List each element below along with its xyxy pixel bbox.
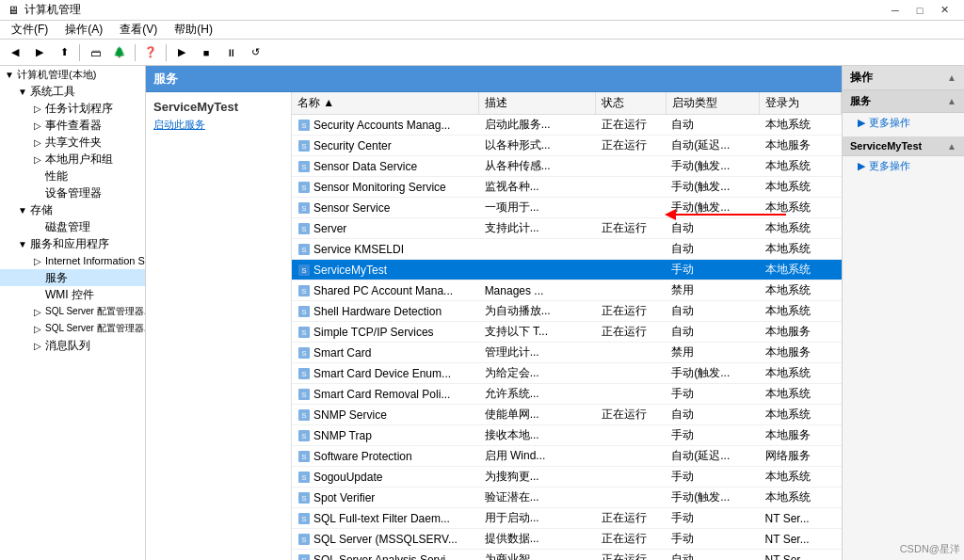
table-row[interactable]: S Smart Card Device Enum... 为给定会... 手动(触… [292,363,842,384]
sidebar-item-root[interactable]: ▼ 计算机管理(本地) [0,66,145,83]
shared-label: 共享文件夹 [45,135,102,151]
col-header-status[interactable]: 状态 [596,92,666,115]
diskmgr-label: 磁盘管理 [45,219,90,235]
svc-status-cell [596,177,666,198]
sidebar-item-sqlcfg1[interactable]: ▷ SQL Server 配置管理器... [0,303,145,320]
table-row[interactable]: S Simple TCP/IP Services 支持以下 T... 正在运行 … [292,322,842,343]
toolbar-stop[interactable]: ■ [195,42,217,63]
svc-status-cell [596,467,666,488]
menu-bar: 文件(F) 操作(A) 查看(V) 帮助(H) [0,21,964,40]
table-row[interactable]: S Smart Card Removal Poli... 允许系统... 手动 … [292,384,842,405]
toolbar-pause[interactable]: ⏸ [219,42,242,63]
table-row[interactable]: S SQL Server (MSSQLSERV... 提供数据... 正在运行 … [292,529,842,550]
table-row[interactable]: S SogouUpdate 为搜狗更... 手动 本地系统 [292,467,842,488]
menu-action[interactable]: 操作(A) [57,20,110,40]
svc-status-cell: 正在运行 [596,529,666,550]
table-row[interactable]: S Server 支持此计... 正在运行 自动 本地系统 [292,218,842,239]
svc-desc-cell: 以各种形式... [479,136,596,156]
toolbar-forward[interactable]: ▶ [28,42,51,63]
close-button[interactable]: ✕ [932,2,956,19]
service-icon: S [297,408,311,422]
svg-text:S: S [301,432,306,440]
sidebar-item-svcapp[interactable]: ▼ 服务和应用程序 [0,235,145,252]
table-row[interactable]: S Sensor Data Service 从各种传感... 手动(触发... … [292,156,842,177]
col-header-desc[interactable]: 描述 [479,92,596,115]
sidebar-item-services[interactable]: 服务 [0,269,145,286]
sidebar-item-msgqueue[interactable]: ▷ 消息队列 [0,337,145,354]
service-icon: S [297,471,311,484]
sidebar-item-tools[interactable]: ▼ 系统工具 [0,83,145,100]
sidebar-item-wmi[interactable]: WMI 控件 [0,286,145,303]
menu-file[interactable]: 文件(F) [4,20,56,40]
table-row[interactable]: S Security Accounts Manag... 启动此服务... 正在… [292,115,842,136]
table-row[interactable]: S Security Center 以各种形式... 正在运行 自动(延迟...… [292,136,842,156]
services-content: ServiceMyTest 启动此服务 名称 ▲ 描述 状态 [146,92,842,560]
svc-login-cell: NT Ser... [760,508,842,529]
col-header-start[interactable]: 启动类型 [666,92,759,115]
expand-icon-root: ▼ [2,70,17,80]
toolbar-restart[interactable]: ↺ [244,42,266,63]
sidebar-item-devmgr[interactable]: 设备管理器 [0,184,145,201]
table-row[interactable]: S Sensor Monitoring Service 监视各种... 手动(触… [292,177,842,198]
maximize-button[interactable]: □ [908,2,932,19]
toolbar-help[interactable]: ❓ [139,42,162,63]
table-row[interactable]: S Shell Hardware Detection 为自动播放... 正在运行… [292,301,842,322]
table-row[interactable]: S Service KMSELDI 自动 本地系统 [292,239,842,260]
actions-sub-collapse-1[interactable]: ▲ [947,96,956,106]
sidebar-item-diskmgr[interactable]: 磁盘管理 [0,218,145,235]
svg-text:S: S [301,536,306,544]
minimize-button[interactable]: ─ [883,2,908,19]
menu-view[interactable]: 查看(V) [112,20,165,40]
actions-collapse-icon-1[interactable]: ▲ [947,72,956,83]
table-row[interactable]: S Sensor Service 一项用于... 手动(触发... 本地系统 [292,198,842,218]
svc-starttype-cell: 手动 [666,508,759,529]
col-header-login[interactable]: 登录为 [760,92,842,115]
table-row[interactable]: S SQL Server Analysis Servi... 为商业智... 正… [292,550,842,561]
toolbar-show-hide[interactable]: 🗃 [84,42,106,63]
svg-text:S: S [301,453,306,461]
svc-name-cell: S Smart Card Removal Poli... [292,384,479,405]
title-bar-left: 🖥 计算机管理 [8,2,81,18]
svg-text:S: S [301,515,306,523]
sidebar-item-shared[interactable]: ▷ 共享文件夹 [0,134,145,151]
actions-more-1[interactable]: ▶ 更多操作 [843,113,964,133]
sidebar-item-sqlcfg2[interactable]: ▷ SQL Server 配置管理器... [0,320,145,337]
sidebar-item-perf[interactable]: 性能 [0,168,145,184]
svc-status-cell [596,363,666,384]
iis-label: Internet Information S... [45,255,146,266]
menu-help[interactable]: 帮助(H) [167,20,220,40]
start-service-link[interactable]: 启动此服务 [153,119,205,130]
svc-name-cell: S Shared PC Account Mana... [292,280,479,301]
table-row[interactable]: S Smart Card 管理此计... 禁用 本地服务 [292,343,842,363]
sidebar-item-tasks[interactable]: ▷ 任务计划程序 [0,100,145,117]
toolbar-tree[interactable]: 🌲 [108,42,131,63]
table-row[interactable]: S Spot Verifier 验证潜在... 手动(触发... 本地系统 [292,488,842,508]
table-row[interactable]: S Shared PC Account Mana... Manages ... … [292,280,842,301]
svc-status-cell: 正在运行 [596,405,666,425]
sidebar: ▼ 计算机管理(本地) ▼ 系统工具 ▷ 任务计划程序 ▷ 事件查看器 ▷ 共享… [0,66,146,560]
service-icon: S [297,181,311,194]
svc-status-cell [596,446,666,467]
table-row[interactable]: S SQL Full-text Filter Daem... 用于启动... 正… [292,508,842,529]
toolbar-up[interactable]: ⬆ [53,42,75,63]
sidebar-item-iis[interactable]: ▷ Internet Information S... [0,252,145,269]
sidebar-item-users[interactable]: ▷ 本地用户和组 [0,151,145,168]
svc-status-cell [596,260,666,280]
table-row[interactable]: S Software Protection 启用 Wind... 自动(延迟..… [292,446,842,467]
toolbar-play[interactable]: ▶ [170,42,193,63]
actions-sub-collapse-2[interactable]: ▲ [947,141,956,152]
table-row[interactable]: S SNMP Service 使能单网... 正在运行 自动 本地系统 [292,405,842,425]
col-header-name[interactable]: 名称 ▲ [292,92,479,115]
svc-status-cell [596,343,666,363]
service-icon: S [297,388,311,401]
svc-status-cell: 正在运行 [596,550,666,561]
svg-text:S: S [301,142,306,151]
table-row[interactable]: S ServiceMyTest 手动 本地系统 [292,260,842,280]
actions-more-2[interactable]: ▶ 更多操作 [843,156,964,176]
svc-starttype-cell: 自动 [666,115,759,136]
table-row[interactable]: S SNMP Trap 接收本地... 手动 本地服务 [292,425,842,446]
toolbar-back[interactable]: ◀ [4,42,26,63]
sidebar-item-storage[interactable]: ▼ 存储 [0,201,145,218]
sidebar-item-events[interactable]: ▷ 事件查看器 [0,117,145,134]
svc-status-cell [596,156,666,177]
